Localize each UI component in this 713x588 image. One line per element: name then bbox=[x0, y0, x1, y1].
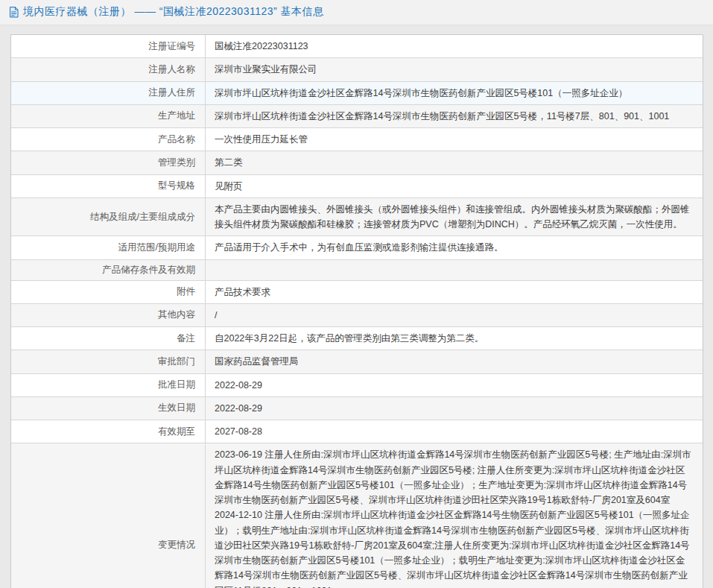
row-label-text: 型号规格 bbox=[158, 180, 195, 192]
table-row: 变更情况2023-06-19 注册人住所由:深圳市坪山区坑梓街道金辉路14号深圳… bbox=[11, 443, 703, 588]
row-value-text: 2022-08-29 bbox=[215, 401, 262, 416]
row-value: 2022-08-29 bbox=[205, 397, 703, 420]
table-row: 有效期至2027-08-28 bbox=[11, 420, 703, 443]
row-label-text: 注册人住所 bbox=[149, 86, 196, 99]
row-label: 注册人住所 bbox=[11, 83, 205, 103]
page-title: 境内医疗器械（注册） —— “国械注准20223031123” 基本信息 bbox=[23, 5, 324, 19]
row-label: 生效日期 bbox=[11, 398, 205, 418]
row-value bbox=[205, 260, 703, 280]
table-row: 注册人名称深圳市业聚实业有限公司 bbox=[11, 57, 703, 80]
row-label: 附件 bbox=[11, 282, 205, 302]
table-row: 注册证编号国械注准20223031123 bbox=[11, 35, 703, 57]
row-label-text: 有效期至 bbox=[158, 426, 195, 438]
document-icon bbox=[9, 7, 19, 18]
row-label: 变更情况 bbox=[11, 535, 205, 555]
row-value: 产品适用于介入手术中，为有创血压监测或造影剂输注提供连接通路。 bbox=[205, 236, 703, 259]
table-row: 生效日期2022-08-29 bbox=[11, 396, 703, 420]
row-label: 产品储存条件及有效期 bbox=[11, 260, 205, 280]
row-value: 国家药品监督管理局 bbox=[205, 350, 703, 373]
row-value: 第二类 bbox=[205, 151, 703, 174]
row-value: 产品技术要求 bbox=[205, 281, 703, 303]
row-value: 2023-06-19 注册人住所由:深圳市坪山区坑梓街道金辉路14号深圳市生物医… bbox=[205, 443, 703, 588]
row-label-text: 结构及组成/主要组成成分 bbox=[90, 211, 195, 224]
row-value: 深圳市坪山区坑梓街道金沙社区金辉路14号深圳市生物医药创新产业园区5号楼101（… bbox=[205, 82, 703, 104]
row-label-text: 注册人名称 bbox=[149, 63, 196, 76]
row-value-text: 深圳市坪山区坑梓街道金沙社区金辉路14号深圳市生物医药创新产业园区5号楼101（… bbox=[215, 86, 627, 101]
row-label: 产品名称 bbox=[11, 130, 205, 150]
row-value-text: 2022-08-29 bbox=[215, 378, 262, 393]
registration-info-table: 注册证编号国械注准20223031123注册人名称深圳市业聚实业有限公司注册人住… bbox=[10, 34, 703, 588]
table-row: 管理类别第二类 bbox=[11, 151, 703, 174]
row-label-text: 生效日期 bbox=[158, 402, 195, 414]
row-value: 2027-08-28 bbox=[205, 420, 703, 443]
row-label-text: 适用范围/预期用途 bbox=[118, 241, 195, 254]
row-value-text: 深圳市业聚实业有限公司 bbox=[215, 62, 317, 77]
row-value: 自2022年3月22日起，该产品的管理类别由第三类调整为第二类。 bbox=[205, 327, 703, 350]
table-row: 批准日期2022-08-29 bbox=[11, 373, 703, 396]
row-value: / bbox=[205, 304, 703, 326]
row-value: 本产品主要由内圆锥接头、外圆锥接头（或外圆锥接头组件）和连接管组成。内外圆锥接头… bbox=[205, 198, 703, 236]
row-label-text: 其他内容 bbox=[158, 309, 195, 321]
row-label: 审批部门 bbox=[11, 352, 205, 372]
row-label-text: 附件 bbox=[177, 285, 195, 298]
row-value-text: 国家药品监督管理局 bbox=[215, 354, 299, 369]
row-label: 适用范围/预期用途 bbox=[11, 238, 205, 258]
table-row: 适用范围/预期用途产品适用于介入手术中，为有创血压监测或造影剂输注提供连接通路。 bbox=[11, 235, 703, 259]
row-value: 国械注准20223031123 bbox=[205, 35, 703, 57]
page-header: 境内医疗器械（注册） —— “国械注准20223031123” 基本信息 bbox=[0, 0, 713, 25]
row-value-text: 产品技术要求 bbox=[215, 285, 270, 300]
table-row: 结构及组成/主要组成成分本产品主要由内圆锥接头、外圆锥接头（或外圆锥接头组件）和… bbox=[11, 197, 703, 236]
row-label-text: 产品名称 bbox=[158, 133, 195, 146]
row-label: 注册证编号 bbox=[11, 37, 205, 57]
row-value-text: 2023-06-19 注册人住所由:深圳市坪山区坑梓街道金辉路14号深圳市生物医… bbox=[215, 447, 692, 588]
table-row: 其他内容/ bbox=[11, 303, 703, 326]
row-label-text: 审批部门 bbox=[158, 355, 195, 368]
table-row: 生产地址深圳市坪山区坑梓街道金沙社区金辉路14号深圳市生物医药创新产业园区5号楼… bbox=[11, 104, 703, 127]
row-label: 生产地址 bbox=[11, 106, 205, 126]
table-row: 型号规格见附页 bbox=[11, 174, 703, 197]
row-label-text: 注册证编号 bbox=[149, 40, 196, 53]
table-row: 审批部门国家药品监督管理局 bbox=[11, 350, 703, 373]
table-row: 附件产品技术要求 bbox=[11, 280, 703, 303]
row-label-text: 产品储存条件及有效期 bbox=[102, 264, 195, 276]
row-label: 有效期至 bbox=[11, 422, 205, 442]
row-label-text: 管理类别 bbox=[158, 157, 195, 169]
row-value: 一次性使用压力延长管 bbox=[205, 128, 703, 151]
table-row: 备注自2022年3月22日起，该产品的管理类别由第三类调整为第二类。 bbox=[11, 326, 703, 350]
row-value-text: 一次性使用压力延长管 bbox=[215, 132, 308, 147]
row-value: 见附页 bbox=[205, 175, 703, 197]
row-label-text: 生产地址 bbox=[158, 110, 195, 122]
row-value-text: 见附页 bbox=[215, 179, 243, 194]
row-value-text: 自2022年3月22日起，该产品的管理类别由第三类调整为第二类。 bbox=[215, 331, 484, 346]
row-value: 深圳市业聚实业有限公司 bbox=[205, 58, 703, 80]
row-label-text: 变更情况 bbox=[158, 539, 195, 551]
row-label: 结构及组成/主要组成成分 bbox=[11, 207, 205, 227]
row-label: 批准日期 bbox=[11, 375, 205, 395]
row-label-text: 备注 bbox=[177, 332, 195, 345]
row-value-text: 产品适用于介入手术中，为有创血压监测或造影剂输注提供连接通路。 bbox=[215, 240, 504, 255]
row-value-text: 本产品主要由内圆锥接头、外圆锥接头（或外圆锥接头组件）和连接管组成。内外圆锥接头… bbox=[215, 202, 692, 233]
table-row: 产品名称一次性使用压力延长管 bbox=[11, 127, 703, 151]
row-label: 管理类别 bbox=[11, 153, 205, 173]
row-value-text: 2027-08-28 bbox=[215, 424, 262, 439]
row-label-text: 批准日期 bbox=[158, 379, 195, 391]
row-label: 其他内容 bbox=[11, 305, 205, 325]
row-label: 型号规格 bbox=[11, 176, 205, 196]
row-value-text: 第二类 bbox=[215, 155, 243, 170]
row-value: 2022-08-29 bbox=[205, 374, 703, 396]
row-label: 注册人名称 bbox=[11, 60, 205, 80]
row-value: 深圳市坪山区坑梓街道金沙社区金辉路14号深圳市生物医药创新产业园区5号楼，11号… bbox=[205, 105, 703, 127]
row-value-text: 国械注准20223031123 bbox=[215, 39, 308, 54]
table-row: 产品储存条件及有效期 bbox=[11, 259, 703, 280]
row-value-text: 深圳市坪山区坑梓街道金沙社区金辉路14号深圳市生物医药创新产业园区5号楼，11号… bbox=[215, 109, 669, 124]
table-row: 注册人住所深圳市坪山区坑梓街道金沙社区金辉路14号深圳市生物医药创新产业园区5号… bbox=[11, 81, 703, 104]
row-value-text: / bbox=[215, 308, 217, 323]
row-label: 备注 bbox=[11, 329, 205, 349]
